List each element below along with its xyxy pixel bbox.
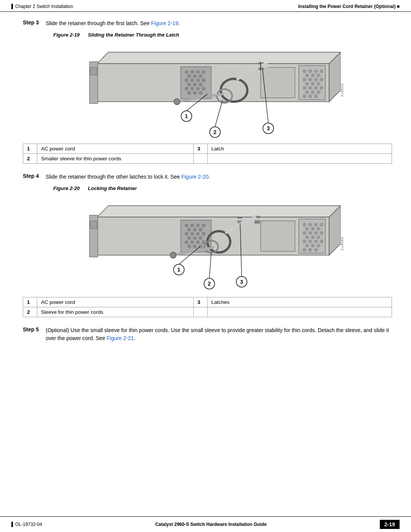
svg-point-97 [303, 223, 306, 227]
page-header: Chapter 2 Switch Installation Installing… [0, 0, 411, 12]
svg-point-94 [193, 244, 197, 248]
svg-point-75 [185, 224, 188, 227]
svg-point-95 [199, 244, 202, 248]
svg-point-111 [303, 240, 306, 243]
svg-point-114 [320, 240, 323, 243]
svg-point-18 [193, 83, 197, 86]
svg-point-90 [190, 240, 194, 244]
svg-point-8 [196, 70, 200, 74]
footer-doc-num: OL-19732-04 [15, 522, 42, 527]
svg-point-22 [196, 87, 200, 91]
svg-point-118 [303, 248, 306, 252]
svg-point-117 [317, 244, 320, 248]
step4-text: Slide the retainer through the other lat… [46, 173, 210, 181]
figure-2-19-link[interactable]: Figure 2-19 [151, 20, 178, 26]
legend20-num3: 2 [23, 307, 37, 317]
svg-point-9 [202, 70, 206, 74]
svg-point-88 [199, 236, 202, 240]
svg-point-82 [185, 232, 188, 236]
svg-text:1: 1 [185, 113, 188, 119]
svg-point-16 [202, 78, 206, 82]
svg-point-128 [170, 252, 176, 258]
legend19-empty-num [193, 154, 207, 164]
figure-2-21-link[interactable]: Figure 2-21 [107, 335, 134, 341]
svg-point-109 [311, 235, 315, 239]
svg-point-120 [314, 248, 318, 252]
svg-point-102 [311, 227, 315, 231]
svg-line-134 [209, 253, 211, 278]
page-number: 2-19 [380, 520, 400, 529]
legend20-label3: Sleeve for thin power cords [37, 307, 193, 317]
svg-point-98 [308, 223, 312, 227]
svg-text:3: 3 [267, 125, 270, 131]
svg-text:2: 2 [208, 281, 211, 287]
svg-point-42 [303, 86, 306, 90]
step5-line: Step 5 (Optional) Use the small sleeve f… [23, 326, 392, 342]
svg-line-65 [215, 100, 223, 127]
legend20-empty-num [193, 307, 207, 317]
svg-rect-52 [261, 67, 295, 98]
figure-2-20-link[interactable]: Figure 2-20 [181, 174, 209, 180]
svg-point-86 [187, 236, 191, 240]
svg-point-37 [314, 78, 318, 81]
svg-point-80 [193, 228, 197, 232]
svg-point-13 [185, 78, 188, 82]
step5-block: Step 5 (Optional) Use the small sleeve f… [23, 326, 392, 342]
svg-point-104 [303, 231, 306, 235]
svg-point-33 [311, 73, 315, 77]
svg-point-38 [320, 78, 323, 81]
footer-bar-icon [11, 522, 13, 527]
svg-point-51 [314, 94, 318, 98]
figure19-container: 1 2 3 333872 [74, 41, 341, 140]
svg-rect-121 [261, 221, 295, 251]
step5-label: Step 5 [23, 326, 46, 332]
svg-point-25 [193, 91, 197, 95]
svg-point-110 [317, 235, 320, 239]
main-content: Step 3 Slide the retainer through the fi… [0, 12, 411, 359]
svg-point-12 [199, 74, 202, 78]
svg-text:3: 3 [240, 279, 243, 285]
svg-point-39 [305, 82, 309, 86]
svg-point-87 [193, 236, 197, 240]
svg-point-106 [314, 231, 318, 235]
step5-text: (Optional) Use the small sleeve for thin… [46, 326, 392, 342]
figure20-svg: 1 2 3 [74, 194, 341, 293]
svg-point-41 [317, 82, 320, 86]
svg-point-19 [199, 83, 202, 86]
svg-point-32 [305, 73, 309, 77]
svg-point-116 [311, 244, 315, 248]
footer-center: Catalyst 2960-S Switch Hardware Installa… [155, 522, 267, 527]
svg-point-83 [190, 232, 194, 236]
legend19-row2: 2 Smaller sleeve for thin power cords [23, 154, 392, 164]
svg-point-45 [320, 86, 323, 90]
header-bar-icon [11, 4, 13, 9]
svg-point-46 [305, 90, 309, 94]
svg-point-79 [187, 228, 191, 232]
legend19-num1: 1 [23, 144, 37, 154]
svg-point-59 [174, 99, 180, 105]
legend19-num3: 2 [23, 154, 37, 164]
legend19-label2: Latch [207, 144, 392, 154]
svg-point-93 [187, 244, 191, 248]
svg-marker-0 [97, 52, 341, 64]
svg-point-84 [196, 232, 200, 236]
svg-point-107 [320, 231, 323, 235]
svg-point-11 [193, 74, 197, 78]
svg-point-112 [308, 240, 312, 243]
svg-line-124 [219, 219, 264, 220]
svg-point-113 [314, 240, 318, 243]
svg-point-50 [308, 94, 312, 98]
svg-point-108 [305, 235, 309, 239]
svg-point-10 [187, 74, 191, 78]
legend19-label3: Smaller sleeve for thin power cords [37, 154, 193, 164]
svg-point-44 [314, 86, 318, 90]
svg-point-6 [185, 70, 188, 74]
svg-text:1: 1 [177, 267, 180, 273]
svg-point-47 [311, 90, 315, 94]
svg-point-30 [314, 69, 318, 73]
legend20-row2: 2 Sleeve for thin power cords [23, 307, 392, 317]
svg-point-31 [320, 69, 323, 73]
svg-point-21 [190, 87, 194, 91]
svg-point-40 [311, 82, 315, 86]
svg-text:2: 2 [213, 129, 217, 135]
